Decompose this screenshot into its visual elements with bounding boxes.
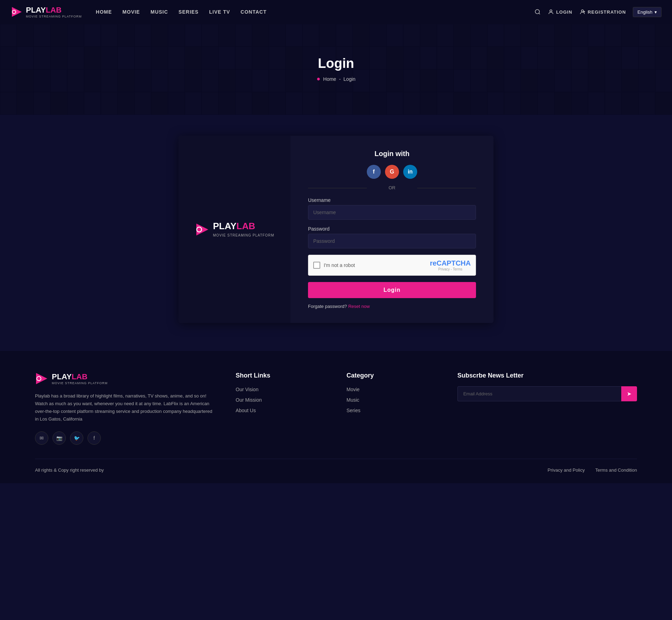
linkedin-login-button[interactable]: in — [403, 165, 417, 179]
footer: PLAYLAB MOVIE STREAMING PLATFORM Playlab… — [0, 351, 672, 483]
nav-movie[interactable]: MOVIE — [122, 9, 140, 15]
nav-music[interactable]: MUSIC — [150, 9, 168, 15]
breadcrumb-home[interactable]: Home — [323, 76, 336, 82]
page-title: Login — [316, 56, 355, 71]
forgot-text: Forgate password? — [308, 304, 347, 309]
svg-line-3 — [539, 13, 540, 14]
login-logo-play: PLAY — [213, 221, 237, 231]
svg-point-4 — [550, 10, 552, 12]
password-group: Password — [308, 226, 476, 248]
breadcrumb-dot: ● — [316, 75, 320, 83]
login-submit-button[interactable]: Login — [308, 282, 476, 298]
footer-logo-section: PLAYLAB MOVIE STREAMING PLATFORM Playlab… — [35, 372, 215, 445]
footer-newsletter: Subscrbe News Letter ➤ — [457, 372, 637, 445]
language-label: English — [637, 9, 652, 15]
footer-twitter-button[interactable]: 🐦 — [70, 431, 83, 445]
breadcrumb: ● Home - Login — [316, 75, 355, 83]
footer-logo-sub: MOVIE STREAMING PLATFORM — [52, 381, 108, 385]
captcha-label: I'm not a robot — [324, 262, 355, 268]
search-button[interactable] — [534, 9, 541, 15]
nav-links: HOME MOVIE MUSIC SERIES LIVE TV CONTACT — [96, 9, 534, 15]
svg-point-5 — [581, 10, 583, 12]
or-divider: OR — [308, 185, 476, 190]
search-icon — [534, 9, 541, 15]
social-login-buttons: f G in — [308, 165, 476, 179]
captcha-right: reCAPTCHA Privacy - Terms — [430, 259, 471, 271]
svg-marker-10 — [36, 373, 47, 384]
breadcrumb-separator: - — [339, 76, 341, 82]
navbar: PLAYLAB MOVIE STREAMING PLATFORM HOME MO… — [0, 0, 672, 24]
short-links-title: Short Links — [236, 372, 326, 379]
login-logo-sub: MOVIE STREAMING PLATFORM — [213, 233, 274, 237]
username-input[interactable] — [308, 205, 476, 220]
nav-right: LOGIN REGISTRATION English ▾ — [534, 7, 662, 17]
login-with-title: Login with — [308, 150, 476, 158]
category-series[interactable]: Series — [346, 408, 360, 413]
short-link-about-us[interactable]: About Us — [236, 408, 256, 413]
language-selector[interactable]: English ▾ — [633, 7, 662, 17]
logo-sub: MOVIE STREAMING PLATFORM — [26, 15, 82, 18]
newsletter-submit-button[interactable]: ➤ — [621, 386, 637, 401]
nav-contact[interactable]: CONTACT — [240, 9, 266, 15]
password-input[interactable] — [308, 234, 476, 248]
privacy-policy-link[interactable]: Privacy and Policy — [548, 467, 585, 473]
category-title: Category — [346, 372, 436, 379]
playlab-logo-icon — [10, 6, 23, 18]
username-label: Username — [308, 197, 476, 203]
login-card: PLAYLAB MOVIE STREAMING PLATFORM Login w… — [178, 136, 493, 323]
short-links-list: Our Vision Our Mission About Us — [236, 386, 326, 414]
footer-instagram-button[interactable]: 📷 — [52, 431, 66, 445]
footer-copyright: All rights & Copy right reserved by — [35, 467, 104, 473]
recaptcha-privacy: Privacy - Terms — [438, 267, 462, 271]
footer-logo: PLAYLAB MOVIE STREAMING PLATFORM — [35, 372, 215, 385]
captcha-box: I'm not a robot reCAPTCHA Privacy - Term… — [308, 255, 476, 276]
username-group: Username — [308, 197, 476, 220]
facebook-login-button[interactable]: f — [367, 165, 381, 179]
captcha-checkbox[interactable] — [313, 262, 320, 269]
recaptcha-logo: reCAPTCHA — [430, 259, 471, 267]
login-left-panel: PLAYLAB MOVIE STREAMING PLATFORM — [178, 136, 290, 323]
category-movie[interactable]: Movie — [346, 387, 359, 392]
svg-marker-0 — [12, 7, 22, 17]
footer-description: Playlab has a broad library of highlight… — [35, 392, 215, 423]
registration-label: REGISTRATION — [588, 9, 626, 15]
terms-link[interactable]: Terms and Condition — [595, 467, 637, 473]
login-button[interactable]: LOGIN — [548, 9, 572, 15]
captcha-left: I'm not a robot — [313, 262, 355, 269]
footer-social: ✉ 📷 🐦 f — [35, 431, 215, 445]
footer-email-button[interactable]: ✉ — [35, 431, 48, 445]
logo-play: PLAY — [26, 6, 46, 14]
forgot-password: Forgate password? Reset now — [308, 304, 476, 309]
main-content: PLAYLAB MOVIE STREAMING PLATFORM Login w… — [0, 115, 672, 351]
navbar-logo[interactable]: PLAYLAB MOVIE STREAMING PLATFORM — [10, 6, 82, 18]
login-logo-icon — [195, 222, 210, 237]
short-link-our-vision[interactable]: Our Vision — [236, 387, 258, 392]
category-links-list: Movie Music Series — [346, 386, 436, 414]
registration-button[interactable]: REGISTRATION — [579, 9, 626, 15]
google-login-button[interactable]: G — [385, 165, 399, 179]
nav-series[interactable]: SERIES — [178, 9, 198, 15]
footer-category: Category Movie Music Series — [346, 372, 436, 445]
hero-content: Login ● Home - Login — [316, 56, 355, 83]
newsletter-form: ➤ — [457, 386, 637, 401]
user-icon — [548, 9, 554, 15]
nav-livetv[interactable]: LIVE TV — [209, 9, 230, 15]
hero-banner: // Generate tiles via JS after load Logi… — [0, 24, 672, 115]
footer-logo-play: PLAY — [52, 372, 72, 381]
login-logo-lab: LAB — [237, 221, 255, 231]
footer-facebook-button[interactable]: f — [88, 431, 101, 445]
footer-short-links: Short Links Our Vision Our Mission About… — [236, 372, 326, 445]
nav-home[interactable]: HOME — [96, 9, 112, 15]
register-icon — [579, 9, 586, 15]
svg-marker-8 — [196, 224, 208, 235]
svg-point-2 — [535, 9, 539, 14]
newsletter-input[interactable] — [457, 386, 621, 401]
login-label: LOGIN — [556, 9, 572, 15]
newsletter-title: Subscrbe News Letter — [457, 372, 637, 379]
reset-link[interactable]: Reset now — [348, 304, 370, 309]
breadcrumb-current: Login — [343, 76, 355, 82]
logo-lab: LAB — [46, 6, 62, 14]
footer-bottom: All rights & Copy right reserved by Priv… — [35, 459, 637, 473]
category-music[interactable]: Music — [346, 397, 359, 403]
short-link-our-mission[interactable]: Our Mission — [236, 397, 262, 403]
